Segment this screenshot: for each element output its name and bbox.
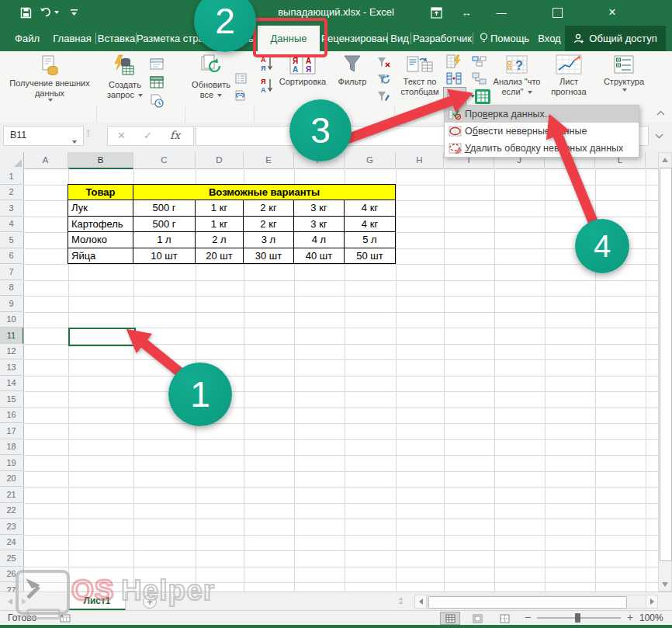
- name-box-splitter[interactable]: ⁞: [87, 128, 88, 139]
- table-cell-value[interactable]: 40 шт: [294, 248, 345, 265]
- zoom-out-button[interactable]: −: [525, 611, 531, 623]
- row-headers[interactable]: 1234567891011121314151617181920212223242…: [0, 168, 24, 592]
- column-header-B[interactable]: B: [68, 152, 133, 169]
- table-cell-product[interactable]: Молоко: [68, 232, 133, 248]
- row-header-25[interactable]: 25: [0, 550, 23, 567]
- row-header-7[interactable]: 7: [0, 264, 23, 280]
- vertical-scrollbar[interactable]: [658, 152, 672, 592]
- row-header-26[interactable]: 26: [0, 567, 23, 583]
- table-cell-value[interactable]: 50 шт: [345, 248, 396, 265]
- table-cell-value[interactable]: 20 шт: [196, 248, 244, 265]
- name-box[interactable]: B11: [3, 126, 84, 146]
- sheet-nav-right-arrow[interactable]: [19, 596, 29, 607]
- tab-insert[interactable]: Вставка: [96, 26, 137, 51]
- table-cell-value[interactable]: 30 шт: [244, 248, 294, 265]
- table-header-product[interactable]: Товар: [68, 185, 133, 201]
- row-header-23[interactable]: 23: [0, 519, 23, 535]
- menu-item-clear-validation-circles[interactable]: Удалить обводку неверных данных: [445, 140, 639, 157]
- tab-help[interactable]: Помощь: [475, 26, 534, 51]
- forecast-sheet-button[interactable]: Листпрогноза: [545, 54, 593, 97]
- row-header-4[interactable]: 4: [0, 217, 23, 233]
- table-cell-value[interactable]: 2 л: [196, 232, 244, 248]
- row-header-8[interactable]: 8: [0, 280, 23, 297]
- edit-links-icon[interactable]: [233, 88, 248, 102]
- row-header-9[interactable]: 9: [0, 296, 23, 312]
- ribbon-display-options-icon[interactable]: [426, 5, 446, 20]
- hscroll-right-arrow[interactable]: [646, 595, 658, 609]
- tab-review[interactable]: Рецензирование: [321, 26, 388, 51]
- row-header-17[interactable]: 17: [0, 423, 23, 439]
- close-button[interactable]: ×: [602, 5, 622, 20]
- relationships-icon[interactable]: [469, 71, 488, 86]
- column-header-D[interactable]: D: [196, 152, 244, 168]
- scroll-up-arrow[interactable]: [660, 154, 670, 165]
- table-header-options[interactable]: Возможные варианты: [133, 185, 396, 201]
- table-cell-value[interactable]: 3 кг: [294, 217, 345, 233]
- table-cell-value[interactable]: 1 л: [133, 232, 196, 248]
- collapse-ribbon-icon[interactable]: [653, 107, 667, 118]
- column-header-G[interactable]: G: [345, 152, 396, 168]
- tab-view[interactable]: Вид: [388, 26, 411, 51]
- table-cell-value[interactable]: 4 кг: [345, 200, 396, 217]
- table-cell-product[interactable]: Картофель: [68, 217, 133, 233]
- from-table-icon[interactable]: [147, 75, 166, 90]
- sheet-nav-left-arrow[interactable]: [5, 596, 16, 607]
- sheet-tab-list1[interactable]: Лист1: [68, 592, 126, 610]
- flash-fill-icon[interactable]: [444, 54, 464, 69]
- data-validation-button[interactable]: [443, 87, 466, 106]
- column-header-A[interactable]: A: [23, 152, 68, 168]
- table-cell-value[interactable]: 4 кг: [345, 217, 396, 233]
- outline-button[interactable]: Структура: [599, 54, 649, 92]
- row-header-5[interactable]: 5: [0, 232, 23, 248]
- row-header-14[interactable]: 14: [0, 376, 23, 392]
- selected-cell-b11[interactable]: [68, 328, 136, 346]
- row-header-16[interactable]: 16: [0, 408, 23, 424]
- zoom-in-button[interactable]: +: [627, 611, 633, 623]
- row-header-20[interactable]: 20: [0, 471, 23, 487]
- zoom-level[interactable]: 100%: [639, 612, 663, 623]
- view-page-layout-button[interactable]: [467, 612, 487, 625]
- table-cell-product[interactable]: Лук: [68, 200, 133, 217]
- worksheet-area[interactable]: ABCDEFGHIJKL 123456789101112131415161718…: [0, 152, 672, 592]
- table-cell-value[interactable]: 10 шт: [133, 248, 196, 265]
- select-all-corner[interactable]: [0, 152, 24, 169]
- zoom-slider-handle[interactable]: [575, 613, 580, 623]
- cell-grid[interactable]: ТоварВозможные вариантыЛук500 г1 кг2 кг3…: [23, 168, 658, 592]
- share-button[interactable]: Общий доступ: [565, 26, 666, 51]
- row-header-1[interactable]: 1: [0, 168, 23, 185]
- view-page-break-button[interactable]: [494, 612, 514, 625]
- name-box-dropdown-arrow[interactable]: [71, 134, 77, 148]
- table-cell-value[interactable]: 500 г: [133, 200, 196, 217]
- table-cell-value[interactable]: 2 кг: [244, 217, 294, 233]
- row-header-21[interactable]: 21: [0, 487, 23, 503]
- column-header-E[interactable]: E: [244, 152, 294, 168]
- insert-function-icon[interactable]: fx: [170, 129, 180, 141]
- reapply-filter-icon[interactable]: [375, 72, 392, 86]
- menu-item-circle-invalid-data[interactable]: Обвести неверные данные: [445, 123, 639, 140]
- consolidate-icon[interactable]: [469, 54, 488, 69]
- row-header-27[interactable]: 27: [0, 582, 23, 592]
- new-query-button[interactable]: Создатьзапрос: [101, 54, 149, 100]
- expand-formula-bar-icon[interactable]: [652, 130, 666, 141]
- horizontal-scroll-thumb[interactable]: [428, 596, 627, 609]
- tab-file[interactable]: Файл: [8, 26, 47, 51]
- tab-developer[interactable]: Разработчик: [411, 26, 473, 51]
- row-header-13[interactable]: 13: [0, 359, 23, 376]
- table-cell-value[interactable]: 3 кг: [294, 200, 345, 217]
- text-to-columns-button[interactable]: Текст постолбцам: [397, 54, 443, 97]
- horizontal-scrollbar[interactable]: [427, 595, 658, 609]
- remove-duplicates-icon[interactable]: [444, 71, 464, 86]
- table-cell-value[interactable]: 500 г: [133, 217, 196, 233]
- column-header-H[interactable]: H: [396, 152, 444, 168]
- table-cell-value[interactable]: 2 кг: [244, 200, 294, 217]
- table-cell-value[interactable]: 1 кг: [196, 217, 244, 233]
- sort-za-descending-icon[interactable]: ЯА: [257, 76, 277, 95]
- row-header-2[interactable]: 2: [0, 185, 23, 201]
- maximize-button[interactable]: [547, 5, 567, 20]
- row-header-11[interactable]: 11: [0, 328, 23, 344]
- confirm-entry-icon[interactable]: ✓: [144, 130, 152, 141]
- table-cell-value[interactable]: 4 л: [294, 232, 345, 248]
- table-cell-value[interactable]: 3 л: [244, 232, 294, 248]
- properties-icon[interactable]: [233, 71, 248, 85]
- row-header-10[interactable]: 10: [0, 312, 23, 328]
